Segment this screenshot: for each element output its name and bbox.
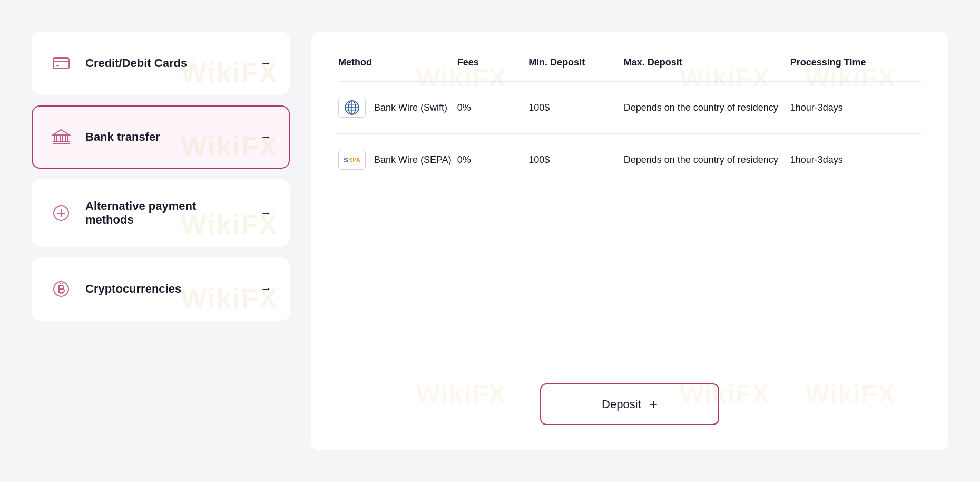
- sepa-logo: S€PA: [338, 150, 366, 170]
- deposit-label: Deposit: [602, 398, 641, 411]
- deposit-plus-icon: +: [650, 396, 658, 412]
- circle-plus-icon: [50, 201, 73, 225]
- svg-rect-6: [65, 135, 67, 142]
- col-fees: Fees: [457, 57, 528, 81]
- cell-processing-time: 1hour-3days: [790, 81, 921, 134]
- deposit-button[interactable]: Deposit +: [540, 383, 719, 425]
- cell-fees: 0%: [457, 134, 528, 186]
- bank-icon: [50, 126, 73, 149]
- col-min-deposit: Min. Deposit: [528, 57, 624, 81]
- svg-rect-0: [53, 58, 69, 69]
- cell-fees: 0%: [457, 81, 528, 134]
- bitcoin-icon: [50, 277, 73, 301]
- swift-logo: [338, 98, 366, 118]
- menu-item-label: Alternative payment methods: [85, 199, 248, 227]
- table-row: Bank Wire (Swift)0%100$Depends on the co…: [338, 81, 921, 134]
- table-row: S€PABank Wire (SEPA)0%100$Depends on the…: [338, 134, 921, 186]
- menu-item-label: Cryptocurrencies: [85, 282, 248, 296]
- cell-max-deposit: Depends on the country of residency: [624, 81, 790, 134]
- cell-method: Bank Wire (Swift): [338, 81, 457, 134]
- svg-marker-3: [53, 130, 70, 135]
- cell-min-deposit: 100$: [528, 81, 624, 134]
- cell-method: S€PABank Wire (SEPA): [338, 134, 457, 186]
- col-method: Method: [338, 57, 457, 81]
- left-menu: Credit/Debit Cards → WikiFX Bank transfe…: [32, 32, 290, 450]
- menu-item-credit-debit[interactable]: Credit/Debit Cards → WikiFX: [32, 32, 290, 95]
- menu-item-crypto[interactable]: Cryptocurrencies → WikiFX: [32, 257, 290, 321]
- method-name: Bank Wire (Swift): [374, 102, 447, 113]
- card-icon: [50, 52, 73, 75]
- menu-item-bank-transfer[interactable]: Bank transfer → WikiFX: [32, 105, 290, 169]
- svg-rect-4: [55, 135, 57, 142]
- right-panel: WikiFX WikiFX WikiFX WikiFX WikiFX WikiF…: [311, 32, 948, 450]
- arrow-icon: →: [260, 206, 272, 220]
- payment-table: Method Fees Min. Deposit Max. Deposit Pr…: [338, 57, 921, 186]
- col-processing-time: Processing Time: [790, 57, 921, 81]
- method-name: Bank Wire (SEPA): [374, 155, 452, 166]
- cell-min-deposit: 100$: [528, 134, 624, 186]
- arrow-icon: →: [260, 282, 272, 296]
- menu-item-label: Credit/Debit Cards: [85, 56, 248, 70]
- cell-processing-time: 1hour-3days: [790, 134, 921, 186]
- svg-rect-5: [60, 135, 62, 142]
- col-max-deposit: Max. Deposit: [624, 57, 790, 81]
- bottom-section: Deposit +: [338, 352, 921, 425]
- menu-item-label: Bank transfer: [85, 130, 248, 144]
- arrow-icon: →: [260, 56, 272, 70]
- menu-item-alternative[interactable]: Alternative payment methods → WikiFX: [32, 179, 290, 247]
- cell-max-deposit: Depends on the country of residency: [624, 134, 790, 186]
- arrow-icon: →: [260, 130, 272, 144]
